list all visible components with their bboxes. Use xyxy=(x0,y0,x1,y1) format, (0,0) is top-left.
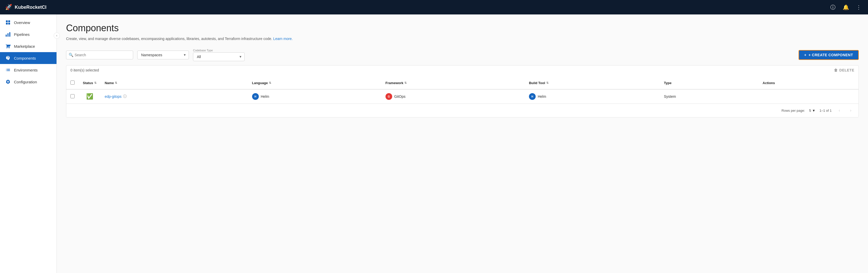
framework-sort-icon: ⇅ xyxy=(404,81,407,85)
sidebar: ‹ Overview Pipelines Marketplace Compone xyxy=(0,14,57,273)
status-sort-icon: ⇅ xyxy=(94,81,96,85)
row-checkbox[interactable] xyxy=(70,94,74,98)
component-info-icon: ⓘ xyxy=(123,94,127,99)
sidebar-item-pipelines[interactable]: Pipelines xyxy=(0,28,57,40)
prev-page-button[interactable]: ‹ xyxy=(836,107,843,114)
learn-more-link[interactable]: Learn more. xyxy=(273,37,292,41)
header-status[interactable]: Status ⇅ xyxy=(79,77,101,89)
sidebar-item-marketplace[interactable]: Marketplace xyxy=(0,40,57,52)
create-component-button[interactable]: + + CREATE COMPONENT xyxy=(799,50,859,60)
framework-col-label: Framework xyxy=(385,81,403,85)
rows-per-page-label: Rows per page: xyxy=(781,109,805,113)
marketplace-icon xyxy=(5,43,11,49)
svg-rect-3 xyxy=(8,23,10,25)
pipelines-icon xyxy=(5,31,11,37)
namespaces-select[interactable]: Namespaces xyxy=(137,51,189,59)
rocket-icon: 🚀 xyxy=(5,4,12,10)
header-actions: Actions xyxy=(758,77,859,89)
navbar: 🚀 KubeRocketCI ⓘ 🔔 ⋮ xyxy=(0,0,868,14)
row-checkbox-cell xyxy=(66,89,79,103)
status-col-label: Status xyxy=(83,81,93,85)
header-name[interactable]: Name ⇅ xyxy=(101,77,248,89)
page-info: 1–1 of 1 xyxy=(819,109,832,113)
items-selected-text: 0 item(s) selected xyxy=(70,68,99,72)
rows-per-page-chevron: ▼ xyxy=(812,109,815,113)
next-page-button[interactable]: › xyxy=(847,107,854,114)
app-name: KubeRocketCI xyxy=(15,5,46,10)
sidebar-item-environments[interactable]: Environments xyxy=(0,64,57,76)
collapse-icon: ‹ xyxy=(56,34,57,37)
rows-per-page-select[interactable]: 5 ▼ xyxy=(809,109,815,113)
name-sort-icon: ⇅ xyxy=(115,81,117,85)
table-row: ✅ edp-gitops ⓘ H Helm xyxy=(66,89,859,103)
bell-icon: 🔔 xyxy=(843,4,849,10)
notifications-button[interactable]: 🔔 xyxy=(842,3,850,11)
more-icon: ⋮ xyxy=(856,4,861,10)
row-type: System xyxy=(660,89,758,103)
delete-label: DELETE xyxy=(839,68,854,72)
sidebar-item-overview-label: Overview xyxy=(14,20,30,25)
delete-button[interactable]: 🗑 DELETE xyxy=(834,68,854,72)
sidebar-item-marketplace-label: Marketplace xyxy=(14,44,35,49)
sidebar-item-configuration[interactable]: Configuration xyxy=(0,76,57,88)
codebase-type-select[interactable]: All Application Library Autotest Infrast… xyxy=(193,52,245,61)
framework-label: GitOps xyxy=(394,94,406,98)
sidebar-item-overview[interactable]: Overview xyxy=(0,17,57,28)
environments-icon xyxy=(5,67,11,73)
language-sort-icon: ⇅ xyxy=(269,81,271,85)
info-button[interactable]: ⓘ xyxy=(829,3,837,11)
components-table: Status ⇅ Name ⇅ Language xyxy=(66,77,859,103)
search-input[interactable] xyxy=(66,51,133,59)
actions-col-label: Actions xyxy=(763,81,775,85)
main-content: Components Create, view, and manage dive… xyxy=(57,14,868,273)
build-tool-col-label: Build Tool xyxy=(529,81,545,85)
name-col-label: Name xyxy=(105,81,114,85)
namespaces-select-wrapper: Namespaces ▼ xyxy=(137,51,189,59)
build-tool-sort-icon: ⇅ xyxy=(546,81,549,85)
navbar-actions: ⓘ 🔔 ⋮ xyxy=(829,3,863,11)
select-all-checkbox[interactable] xyxy=(70,81,74,85)
row-framework: G GitOps xyxy=(381,89,525,103)
codebase-type-group: Codebase Type All Application Library Au… xyxy=(193,49,245,61)
svg-rect-4 xyxy=(6,35,7,37)
sidebar-item-pipelines-label: Pipelines xyxy=(14,32,30,37)
configuration-icon xyxy=(5,79,11,85)
codebase-type-label: Codebase Type xyxy=(193,49,245,52)
toolbar-row: 🔍 Namespaces ▼ Codebase Type All Applica… xyxy=(66,49,859,61)
row-status: ✅ xyxy=(79,89,101,103)
app-layout: ‹ Overview Pipelines Marketplace Compone xyxy=(0,14,868,273)
row-actions xyxy=(758,89,859,103)
component-name-link[interactable]: edp-gitops ⓘ xyxy=(105,94,244,99)
rows-per-page-value: 5 xyxy=(809,109,811,113)
pagination-row: Rows per page: 5 ▼ 1–1 of 1 ‹ › xyxy=(66,103,859,117)
trash-icon: 🗑 xyxy=(834,68,838,72)
type-label: System xyxy=(664,94,676,98)
sidebar-item-components[interactable]: Components xyxy=(0,52,57,64)
language-helm-icon: H xyxy=(252,93,259,100)
build-tool-helm-icon: H xyxy=(529,93,536,100)
svg-rect-0 xyxy=(6,20,8,22)
info-icon: ⓘ xyxy=(830,4,836,11)
items-selected-row: 0 item(s) selected 🗑 DELETE xyxy=(66,65,859,75)
svg-rect-6 xyxy=(9,32,10,37)
page-description: Create, view, and manage diverse codebas… xyxy=(66,36,859,41)
search-icon: 🔍 xyxy=(69,53,73,57)
overview-icon xyxy=(5,20,11,25)
svg-rect-1 xyxy=(8,20,10,22)
header-type: Type xyxy=(660,77,758,89)
create-component-label: + CREATE COMPONENT xyxy=(809,53,853,57)
search-wrapper: 🔍 xyxy=(66,51,133,59)
more-menu-button[interactable]: ⋮ xyxy=(855,3,863,11)
header-checkbox-cell xyxy=(66,77,79,89)
sidebar-item-components-label: Components xyxy=(14,56,36,60)
header-build-tool[interactable]: Build Tool ⇅ xyxy=(525,77,660,89)
status-ok-icon: ✅ xyxy=(83,93,96,100)
language-col-label: Language xyxy=(252,81,268,85)
sidebar-collapse-button[interactable]: ‹ xyxy=(54,32,60,39)
header-framework[interactable]: Framework ⇅ xyxy=(381,77,525,89)
header-language[interactable]: Language ⇅ xyxy=(248,77,381,89)
framework-gitops-icon: G xyxy=(385,93,392,100)
create-plus-icon: + xyxy=(804,53,807,57)
build-tool-label: Helm xyxy=(538,94,546,98)
type-col-label: Type xyxy=(664,81,671,85)
